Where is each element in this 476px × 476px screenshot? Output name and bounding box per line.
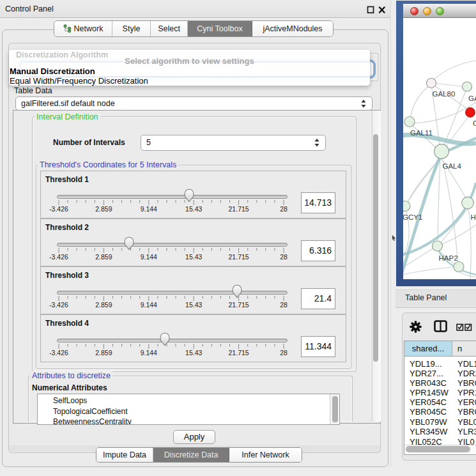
svg-text:GAL80: GAL80 <box>433 90 456 98</box>
svg-text:GCY1: GCY1 <box>403 213 422 221</box>
svg-text:GA: GA <box>468 95 476 102</box>
svg-text:C: C <box>473 119 476 127</box>
svg-text:GAL11: GAL11 <box>410 129 433 137</box>
svg-text:H: H <box>471 213 476 221</box>
svg-text:HAP2: HAP2 <box>439 254 458 262</box>
svg-text:GAL4: GAL4 <box>443 162 462 170</box>
